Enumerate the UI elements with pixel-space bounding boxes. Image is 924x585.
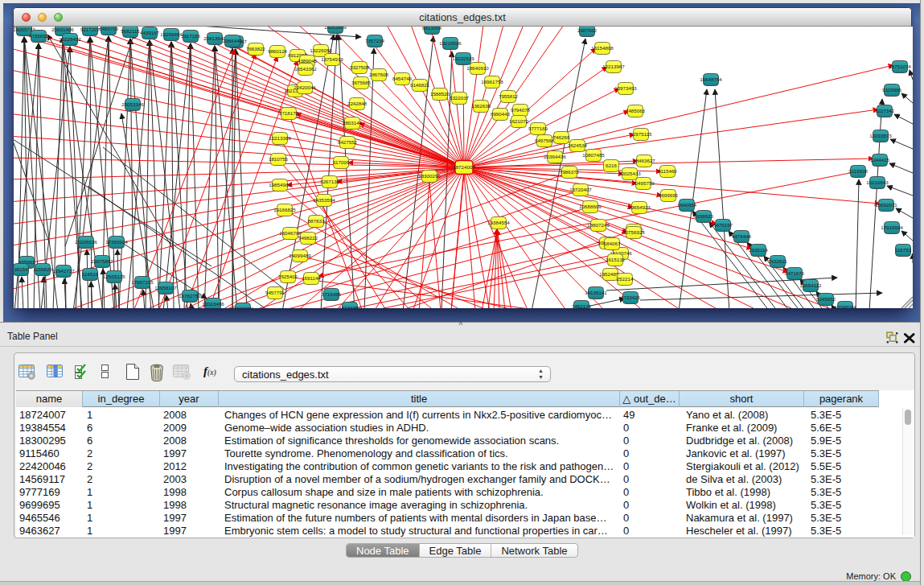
svg-text:10210643: 10210643	[866, 179, 889, 185]
svg-text:317006: 317006	[333, 159, 350, 165]
svg-text:9699695: 9699695	[659, 192, 679, 198]
svg-text:16053809: 16053809	[324, 27, 347, 30]
svg-text:1640954: 1640954	[677, 202, 697, 208]
svg-text:15720407: 15720407	[569, 187, 592, 192]
svg-text:1244415: 1244415	[870, 157, 890, 163]
svg-text:13754919: 13754919	[321, 56, 343, 62]
svg-text:10025433: 10025433	[618, 171, 641, 176]
svg-text:6497568: 6497568	[535, 138, 555, 143]
svg-text:184067: 184067	[604, 241, 621, 246]
svg-text:7986372: 7986372	[560, 169, 580, 175]
svg-text:3917183: 3917183	[181, 33, 201, 39]
svg-text:7663822: 7663822	[246, 46, 266, 51]
svg-text:6216: 6216	[606, 163, 617, 168]
svg-text:10654112: 10654112	[799, 282, 822, 288]
svg-text:20691406: 20691406	[51, 27, 74, 32]
svg-text:13232519: 13232519	[452, 56, 474, 61]
svg-text:13226058: 13226058	[310, 47, 332, 53]
svg-text:12213369: 12213369	[269, 135, 291, 141]
svg-text:9777169: 9777169	[528, 126, 548, 131]
svg-text:2242848: 2242848	[347, 101, 368, 106]
svg-text:17359924: 17359924	[105, 239, 128, 245]
svg-text:22093651: 22093651	[232, 306, 254, 308]
svg-text:6479197: 6479197	[713, 222, 733, 228]
svg-text:10228452: 10228452	[59, 36, 81, 42]
svg-text:7485063: 7485063	[626, 108, 646, 113]
svg-text:18300295: 18300295	[418, 173, 441, 179]
svg-text:1810755: 1810755	[269, 156, 289, 162]
svg-text:116753: 116753	[895, 247, 912, 253]
svg-text:12975115: 12975115	[630, 131, 652, 137]
svg-text:2867608: 2867608	[369, 72, 389, 77]
svg-text:9227342: 9227342	[875, 108, 895, 113]
svg-text:12093873: 12093873	[869, 133, 892, 138]
svg-text:1691144: 1691144	[302, 275, 321, 281]
svg-text:12942737: 12942737	[52, 268, 75, 274]
svg-text:8489709: 8489709	[99, 27, 119, 31]
svg-text:17957255: 17957255	[131, 279, 154, 285]
svg-text:19654923: 19654923	[628, 204, 651, 210]
svg-text:12505135: 12505135	[103, 274, 125, 279]
svg-text:39154: 39154	[14, 266, 28, 272]
svg-text:2687682: 2687682	[577, 27, 598, 33]
svg-text:3716485: 3716485	[322, 291, 342, 297]
svg-text:19166825: 19166825	[273, 207, 296, 212]
svg-text:3215938: 3215938	[848, 168, 869, 174]
svg-text:5682115: 5682115	[121, 28, 140, 34]
svg-text:1733426: 1733426	[621, 295, 641, 300]
svg-text:19299464: 19299464	[160, 31, 183, 37]
svg-text:19854983: 19854983	[269, 182, 291, 187]
svg-text:13748244: 13748244	[834, 304, 856, 308]
svg-text:9327508: 9327508	[350, 64, 370, 70]
svg-text:20495759: 20495759	[632, 180, 655, 186]
svg-text:1615132: 1615132	[606, 257, 626, 262]
svg-text:15751074: 15751074	[889, 64, 911, 69]
svg-text:8471676: 8471676	[785, 270, 805, 276]
svg-text:1621072: 1621072	[509, 118, 529, 124]
svg-text:12023466: 12023466	[202, 301, 224, 307]
svg-text:7632621: 7632621	[768, 258, 788, 264]
svg-text:14099489: 14099489	[289, 253, 311, 258]
svg-text:18640910: 18640910	[466, 65, 489, 71]
svg-text:7625402: 7625402	[278, 274, 298, 279]
svg-text:17016504: 17016504	[881, 225, 903, 230]
svg-text:746266: 746266	[553, 134, 570, 140]
svg-text:19384554: 19384554	[487, 220, 510, 225]
svg-text:13134457: 13134457	[339, 305, 361, 308]
svg-text:18807249: 18807249	[587, 222, 610, 228]
svg-text:10756928: 10756928	[622, 229, 645, 235]
svg-text:9146821: 9146821	[410, 82, 430, 88]
svg-text:10807485: 10807485	[582, 152, 605, 158]
svg-text:12213967: 12213967	[602, 64, 625, 69]
svg-text:2935114: 2935114	[749, 247, 768, 253]
svg-text:9498222: 9498222	[298, 235, 318, 241]
svg-text:9245652: 9245652	[816, 296, 836, 302]
svg-text:114519: 114519	[82, 271, 99, 277]
svg-text:15692971: 15692971	[875, 202, 897, 208]
svg-text:2803144: 2803144	[343, 120, 363, 126]
svg-text:9860124: 9860124	[268, 48, 288, 54]
svg-text:3267130: 3267130	[320, 179, 340, 184]
svg-text:22420046: 22420046	[294, 84, 316, 90]
svg-text:9329966: 9329966	[882, 87, 902, 93]
svg-text:23975867: 23975867	[91, 258, 113, 264]
svg-text:1588520: 1588520	[430, 91, 450, 97]
svg-text:8813054: 8813054	[422, 27, 442, 31]
svg-text:14136141: 14136141	[585, 290, 607, 295]
svg-text:3624534: 3624534	[568, 142, 588, 148]
svg-text:9115460: 9115460	[658, 168, 677, 174]
svg-text:4735650: 4735650	[29, 33, 49, 39]
svg-text:16782759: 16782759	[179, 293, 201, 299]
svg-text:14353594: 14353594	[313, 197, 335, 203]
svg-text:8454749: 8454749	[392, 76, 413, 81]
svg-text:7955812: 7955812	[499, 93, 519, 99]
svg-text:10958107: 10958107	[154, 285, 177, 290]
svg-text:16543362: 16543362	[294, 66, 317, 72]
svg-text:3675685: 3675685	[351, 80, 372, 85]
svg-text:18463627: 18463627	[633, 158, 655, 163]
svg-text:20364436: 20364436	[544, 154, 566, 159]
svg-text:18724007: 18724007	[453, 164, 475, 170]
svg-text:8938923: 8938923	[694, 213, 714, 219]
svg-text:10973493: 10973493	[614, 85, 637, 91]
svg-text:252214: 252214	[617, 276, 634, 282]
